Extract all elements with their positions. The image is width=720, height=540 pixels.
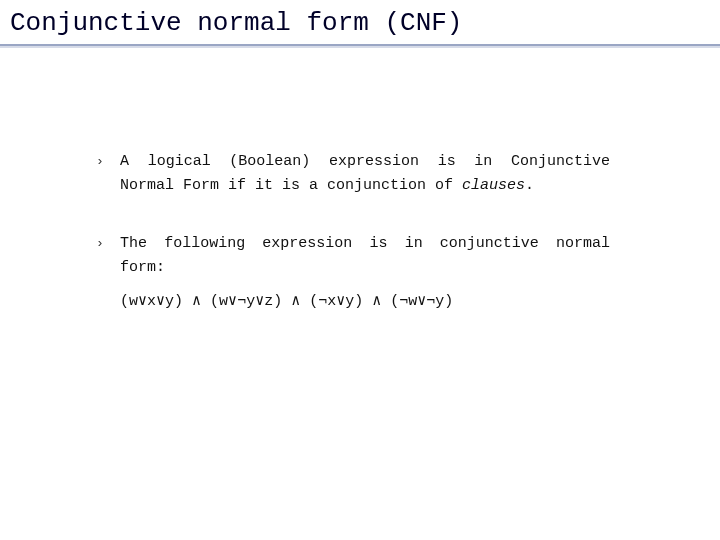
slide: Conjunctive normal form (CNF) › A logica… bbox=[0, 0, 720, 540]
bullet-2-text: The following expression is in conjuncti… bbox=[120, 235, 610, 276]
bullet-1-text-italic: clauses bbox=[462, 177, 525, 194]
cnf-formula: (w∨x∨y) ∧ (w∨¬y∨z) ∧ (¬x∨y) ∧ (¬w∨¬y) bbox=[120, 290, 610, 314]
bullet-1-text-a: A logical (Boolean) expression is in Con… bbox=[120, 153, 610, 194]
slide-title: Conjunctive normal form (CNF) bbox=[0, 0, 720, 50]
bullet-glyph-icon: › bbox=[96, 152, 104, 173]
slide-body: › A logical (Boolean) expression is in C… bbox=[120, 150, 610, 348]
title-rule-shadow bbox=[0, 46, 720, 48]
bullet-item-2: › The following expression is in conjunc… bbox=[120, 232, 610, 314]
bullet-1-text-c: . bbox=[525, 177, 534, 194]
bullet-glyph-icon: › bbox=[96, 234, 104, 255]
bullet-item-1: › A logical (Boolean) expression is in C… bbox=[120, 150, 610, 198]
